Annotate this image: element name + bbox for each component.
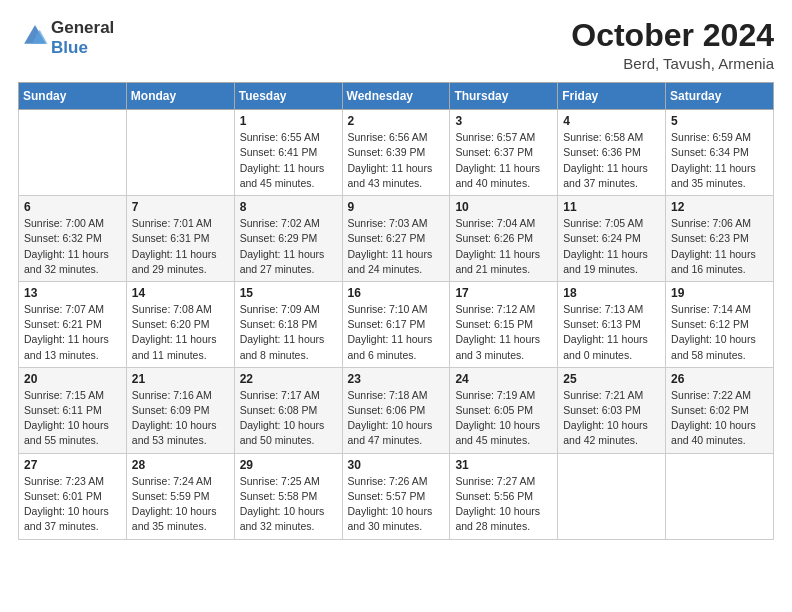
main-title: October 2024 (571, 18, 774, 53)
day-number: 12 (671, 200, 769, 214)
day-number: 27 (24, 458, 122, 472)
day-info: Sunrise: 7:17 AM Sunset: 6:08 PM Dayligh… (240, 388, 338, 449)
calendar-cell: 7Sunrise: 7:01 AM Sunset: 6:31 PM Daylig… (126, 196, 234, 282)
week-row-3: 13Sunrise: 7:07 AM Sunset: 6:21 PM Dayli… (19, 281, 774, 367)
day-info: Sunrise: 6:56 AM Sunset: 6:39 PM Dayligh… (348, 130, 446, 191)
calendar-cell: 15Sunrise: 7:09 AM Sunset: 6:18 PM Dayli… (234, 281, 342, 367)
day-number: 14 (132, 286, 230, 300)
day-info: Sunrise: 7:00 AM Sunset: 6:32 PM Dayligh… (24, 216, 122, 277)
header: General Blue October 2024 Berd, Tavush, … (18, 18, 774, 72)
day-number: 7 (132, 200, 230, 214)
day-number: 31 (455, 458, 553, 472)
day-info: Sunrise: 7:12 AM Sunset: 6:15 PM Dayligh… (455, 302, 553, 363)
day-info: Sunrise: 7:15 AM Sunset: 6:11 PM Dayligh… (24, 388, 122, 449)
calendar-cell (558, 453, 666, 539)
day-info: Sunrise: 7:02 AM Sunset: 6:29 PM Dayligh… (240, 216, 338, 277)
weekday-header-thursday: Thursday (450, 83, 558, 110)
day-number: 16 (348, 286, 446, 300)
day-number: 13 (24, 286, 122, 300)
weekday-header-friday: Friday (558, 83, 666, 110)
day-info: Sunrise: 7:21 AM Sunset: 6:03 PM Dayligh… (563, 388, 661, 449)
day-number: 10 (455, 200, 553, 214)
day-number: 1 (240, 114, 338, 128)
calendar-cell: 28Sunrise: 7:24 AM Sunset: 5:59 PM Dayli… (126, 453, 234, 539)
day-number: 25 (563, 372, 661, 386)
day-info: Sunrise: 7:03 AM Sunset: 6:27 PM Dayligh… (348, 216, 446, 277)
day-info: Sunrise: 7:16 AM Sunset: 6:09 PM Dayligh… (132, 388, 230, 449)
day-info: Sunrise: 7:23 AM Sunset: 6:01 PM Dayligh… (24, 474, 122, 535)
subtitle: Berd, Tavush, Armenia (571, 55, 774, 72)
calendar-cell: 1Sunrise: 6:55 AM Sunset: 6:41 PM Daylig… (234, 110, 342, 196)
calendar-cell: 6Sunrise: 7:00 AM Sunset: 6:32 PM Daylig… (19, 196, 127, 282)
day-number: 2 (348, 114, 446, 128)
day-number: 24 (455, 372, 553, 386)
weekday-header-monday: Monday (126, 83, 234, 110)
calendar-cell: 4Sunrise: 6:58 AM Sunset: 6:36 PM Daylig… (558, 110, 666, 196)
logo-line2: Blue (51, 38, 114, 58)
day-number: 20 (24, 372, 122, 386)
calendar-cell: 12Sunrise: 7:06 AM Sunset: 6:23 PM Dayli… (666, 196, 774, 282)
weekday-header-saturday: Saturday (666, 83, 774, 110)
calendar-cell: 31Sunrise: 7:27 AM Sunset: 5:56 PM Dayli… (450, 453, 558, 539)
calendar-cell: 17Sunrise: 7:12 AM Sunset: 6:15 PM Dayli… (450, 281, 558, 367)
week-row-1: 1Sunrise: 6:55 AM Sunset: 6:41 PM Daylig… (19, 110, 774, 196)
calendar-cell: 8Sunrise: 7:02 AM Sunset: 6:29 PM Daylig… (234, 196, 342, 282)
calendar-cell: 2Sunrise: 6:56 AM Sunset: 6:39 PM Daylig… (342, 110, 450, 196)
calendar-cell: 11Sunrise: 7:05 AM Sunset: 6:24 PM Dayli… (558, 196, 666, 282)
calendar-cell: 25Sunrise: 7:21 AM Sunset: 6:03 PM Dayli… (558, 367, 666, 453)
day-number: 19 (671, 286, 769, 300)
day-info: Sunrise: 7:18 AM Sunset: 6:06 PM Dayligh… (348, 388, 446, 449)
calendar-cell: 30Sunrise: 7:26 AM Sunset: 5:57 PM Dayli… (342, 453, 450, 539)
calendar-cell: 18Sunrise: 7:13 AM Sunset: 6:13 PM Dayli… (558, 281, 666, 367)
day-info: Sunrise: 7:07 AM Sunset: 6:21 PM Dayligh… (24, 302, 122, 363)
day-number: 23 (348, 372, 446, 386)
week-row-5: 27Sunrise: 7:23 AM Sunset: 6:01 PM Dayli… (19, 453, 774, 539)
weekday-header-row: SundayMondayTuesdayWednesdayThursdayFrid… (19, 83, 774, 110)
day-info: Sunrise: 7:05 AM Sunset: 6:24 PM Dayligh… (563, 216, 661, 277)
day-number: 28 (132, 458, 230, 472)
calendar-cell: 22Sunrise: 7:17 AM Sunset: 6:08 PM Dayli… (234, 367, 342, 453)
calendar-cell (666, 453, 774, 539)
day-info: Sunrise: 7:22 AM Sunset: 6:02 PM Dayligh… (671, 388, 769, 449)
weekday-header-sunday: Sunday (19, 83, 127, 110)
calendar-cell: 19Sunrise: 7:14 AM Sunset: 6:12 PM Dayli… (666, 281, 774, 367)
calendar-cell (19, 110, 127, 196)
calendar-cell: 29Sunrise: 7:25 AM Sunset: 5:58 PM Dayli… (234, 453, 342, 539)
logo-line1: General (51, 18, 114, 38)
day-number: 5 (671, 114, 769, 128)
calendar-header: SundayMondayTuesdayWednesdayThursdayFrid… (19, 83, 774, 110)
day-number: 9 (348, 200, 446, 214)
calendar-cell: 27Sunrise: 7:23 AM Sunset: 6:01 PM Dayli… (19, 453, 127, 539)
page: General Blue October 2024 Berd, Tavush, … (0, 0, 792, 612)
weekday-header-tuesday: Tuesday (234, 83, 342, 110)
day-info: Sunrise: 6:59 AM Sunset: 6:34 PM Dayligh… (671, 130, 769, 191)
day-info: Sunrise: 6:58 AM Sunset: 6:36 PM Dayligh… (563, 130, 661, 191)
day-number: 30 (348, 458, 446, 472)
calendar-cell: 21Sunrise: 7:16 AM Sunset: 6:09 PM Dayli… (126, 367, 234, 453)
calendar-cell: 13Sunrise: 7:07 AM Sunset: 6:21 PM Dayli… (19, 281, 127, 367)
logo-icon (21, 22, 49, 50)
day-info: Sunrise: 7:24 AM Sunset: 5:59 PM Dayligh… (132, 474, 230, 535)
day-info: Sunrise: 7:09 AM Sunset: 6:18 PM Dayligh… (240, 302, 338, 363)
week-row-2: 6Sunrise: 7:00 AM Sunset: 6:32 PM Daylig… (19, 196, 774, 282)
day-number: 26 (671, 372, 769, 386)
day-number: 6 (24, 200, 122, 214)
day-info: Sunrise: 6:55 AM Sunset: 6:41 PM Dayligh… (240, 130, 338, 191)
calendar: SundayMondayTuesdayWednesdayThursdayFrid… (18, 82, 774, 539)
day-info: Sunrise: 7:25 AM Sunset: 5:58 PM Dayligh… (240, 474, 338, 535)
day-number: 29 (240, 458, 338, 472)
day-number: 11 (563, 200, 661, 214)
logo: General Blue (18, 18, 114, 57)
calendar-cell: 26Sunrise: 7:22 AM Sunset: 6:02 PM Dayli… (666, 367, 774, 453)
day-info: Sunrise: 7:06 AM Sunset: 6:23 PM Dayligh… (671, 216, 769, 277)
week-row-4: 20Sunrise: 7:15 AM Sunset: 6:11 PM Dayli… (19, 367, 774, 453)
day-number: 8 (240, 200, 338, 214)
day-info: Sunrise: 7:27 AM Sunset: 5:56 PM Dayligh… (455, 474, 553, 535)
calendar-cell: 20Sunrise: 7:15 AM Sunset: 6:11 PM Dayli… (19, 367, 127, 453)
day-number: 22 (240, 372, 338, 386)
calendar-cell: 10Sunrise: 7:04 AM Sunset: 6:26 PM Dayli… (450, 196, 558, 282)
day-number: 18 (563, 286, 661, 300)
day-number: 21 (132, 372, 230, 386)
day-info: Sunrise: 7:08 AM Sunset: 6:20 PM Dayligh… (132, 302, 230, 363)
day-number: 15 (240, 286, 338, 300)
